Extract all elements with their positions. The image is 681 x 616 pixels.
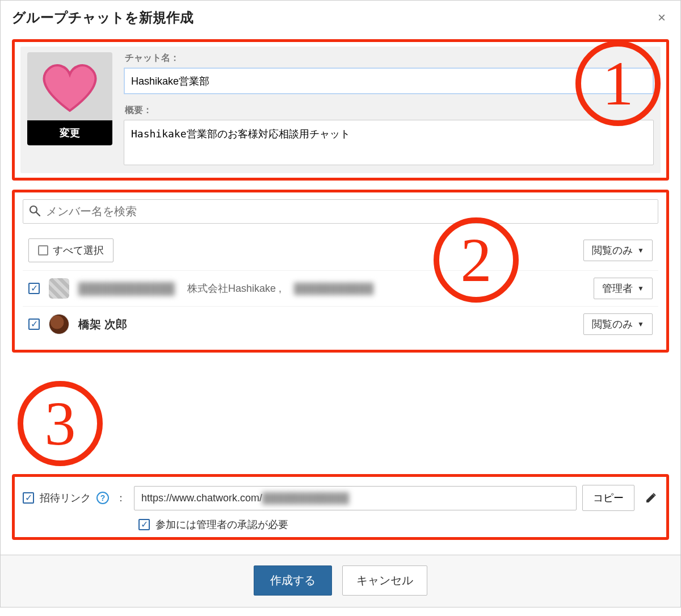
- cancel-button[interactable]: キャンセル: [342, 565, 427, 596]
- default-role-select[interactable]: 閲覧のみ ▼: [583, 240, 653, 261]
- invite-url-visible: https://www.chatwork.com/: [141, 492, 262, 504]
- approval-required-label: 参加には管理者の承認が必要: [155, 518, 288, 531]
- overview-label: 概要：: [125, 104, 654, 116]
- member-org: 株式会社Hashikake ,: [187, 282, 281, 295]
- member-search-input[interactable]: [45, 204, 652, 219]
- chevron-down-icon: ▼: [637, 320, 644, 328]
- member-avatar: [49, 314, 69, 334]
- create-button[interactable]: 作成する: [254, 565, 332, 596]
- create-group-chat-dialog: グループチャットを新規作成 × 1 変更 チャ: [0, 0, 681, 607]
- dialog-action-bar: 作成する キャンセル: [1, 555, 680, 607]
- invite-url-field[interactable]: https://www.chatwork.com/████████████: [134, 486, 577, 510]
- annotation-box-3: ✓ 招待リンク ? ： https://www.chatwork.com/███…: [12, 474, 669, 540]
- search-icon: [29, 205, 40, 218]
- select-all-label: すべて選択: [53, 244, 104, 257]
- member-checkbox[interactable]: ✓: [28, 319, 40, 330]
- dialog-body: 1 変更 チャット名： 概要：: [1, 39, 680, 555]
- select-all-button[interactable]: すべて選択: [28, 238, 114, 262]
- member-list: ✓ ████████████ 株式会社Hashikake , █████████…: [23, 270, 658, 342]
- invite-link-checkbox[interactable]: ✓: [23, 492, 34, 504]
- invite-link-label: 招待リンク: [40, 491, 91, 505]
- change-avatar-button[interactable]: 変更: [27, 120, 112, 145]
- close-icon[interactable]: ×: [654, 11, 669, 24]
- member-row: ✓ ████████████ 株式会社Hashikake , █████████…: [23, 270, 658, 306]
- approval-required-checkbox[interactable]: ✓: [138, 519, 150, 530]
- member-avatar: [49, 278, 69, 299]
- member-org-hidden: ███████████: [294, 283, 373, 295]
- pencil-icon[interactable]: [644, 491, 658, 505]
- dialog-header: グループチャットを新規作成 ×: [1, 1, 680, 35]
- chevron-down-icon: ▼: [637, 246, 644, 254]
- svg-line-1: [36, 212, 40, 216]
- member-checkbox[interactable]: ✓: [28, 283, 40, 294]
- chat-name-label: チャット名：: [125, 52, 654, 64]
- chat-name-input[interactable]: [124, 68, 654, 94]
- annotation-box-1: 1 変更 チャット名： 概要：: [12, 39, 669, 181]
- checkbox-empty-icon: [38, 245, 48, 255]
- heart-icon: [39, 61, 101, 112]
- dialog-title: グループチャットを新規作成: [12, 9, 194, 27]
- chevron-down-icon: ▼: [637, 284, 644, 292]
- member-name: ████████████: [78, 282, 175, 295]
- member-role-select[interactable]: 管理者 ▼: [594, 278, 653, 299]
- overview-input[interactable]: [124, 120, 654, 165]
- chat-avatar-image[interactable]: [27, 52, 112, 120]
- member-row: ✓ 橋架 次郎 閲覧のみ ▼: [23, 306, 658, 342]
- member-role-select[interactable]: 閲覧のみ ▼: [583, 313, 653, 335]
- copy-button[interactable]: コピー: [582, 485, 634, 511]
- invite-url-hidden: ████████████: [262, 492, 349, 504]
- member-role-value: 管理者: [602, 282, 633, 295]
- help-icon[interactable]: ?: [96, 492, 109, 504]
- member-role-value: 閲覧のみ: [592, 317, 633, 331]
- member-search[interactable]: [23, 199, 658, 224]
- invite-colon: ：: [116, 491, 126, 505]
- default-role-value: 閲覧のみ: [592, 244, 633, 257]
- member-name: 橋架 次郎: [78, 317, 127, 332]
- annotation-number-3: 3: [18, 381, 103, 466]
- annotation-box-2: 2 すべて選択 閲覧のみ ▼: [12, 190, 669, 353]
